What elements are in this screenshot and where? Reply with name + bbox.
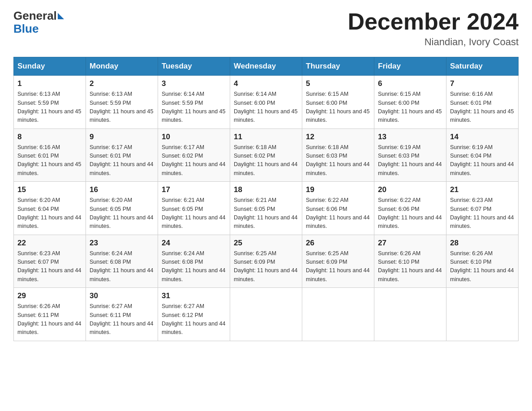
calendar-cell: 6Sunrise: 6:15 AMSunset: 6:00 PMDaylight… — [374, 76, 446, 129]
day-info: Sunrise: 6:20 AMSunset: 6:04 PMDaylight:… — [17, 196, 82, 231]
calendar-cell: 30Sunrise: 6:27 AMSunset: 6:11 PMDayligh… — [86, 288, 158, 341]
calendar-cell: 12Sunrise: 6:18 AMSunset: 6:03 PMDayligh… — [302, 128, 374, 182]
day-info: Sunrise: 6:16 AMSunset: 6:01 PMDaylight:… — [450, 90, 515, 125]
day-info: Sunrise: 6:20 AMSunset: 6:05 PMDaylight:… — [90, 196, 154, 231]
day-info: Sunrise: 6:21 AMSunset: 6:05 PMDaylight:… — [234, 196, 298, 231]
logo-general-text: General — [13, 9, 57, 23]
weekday-header-saturday: Saturday — [446, 57, 519, 76]
calendar-cell — [230, 288, 302, 341]
calendar-cell: 3Sunrise: 6:14 AMSunset: 5:59 PMDaylight… — [158, 76, 230, 129]
day-info: Sunrise: 6:26 AMSunset: 6:11 PMDaylight:… — [17, 302, 82, 337]
calendar-cell — [446, 288, 519, 341]
day-number: 30 — [90, 291, 154, 300]
day-info: Sunrise: 6:25 AMSunset: 6:09 PMDaylight:… — [234, 249, 298, 284]
calendar-cell: 21Sunrise: 6:23 AMSunset: 6:07 PMDayligh… — [446, 182, 519, 235]
calendar-cell: 9Sunrise: 6:17 AMSunset: 6:01 PMDaylight… — [86, 128, 158, 182]
day-info: Sunrise: 6:26 AMSunset: 6:10 PMDaylight:… — [450, 249, 515, 284]
day-number: 11 — [234, 133, 298, 141]
day-info: Sunrise: 6:24 AMSunset: 6:08 PMDaylight:… — [162, 249, 226, 284]
day-number: 16 — [90, 185, 154, 194]
day-number: 6 — [378, 79, 442, 88]
day-info: Sunrise: 6:27 AMSunset: 6:12 PMDaylight:… — [162, 302, 226, 337]
calendar-cell: 27Sunrise: 6:26 AMSunset: 6:10 PMDayligh… — [374, 235, 446, 288]
location-subtitle: Niandian, Ivory Coast — [348, 36, 519, 48]
day-info: Sunrise: 6:15 AMSunset: 6:00 PMDaylight:… — [378, 90, 442, 125]
day-info: Sunrise: 6:14 AMSunset: 5:59 PMDaylight:… — [162, 90, 226, 125]
day-info: Sunrise: 6:22 AMSunset: 6:06 PMDaylight:… — [378, 196, 442, 231]
day-info: Sunrise: 6:24 AMSunset: 6:08 PMDaylight:… — [90, 249, 154, 284]
day-number: 1 — [17, 79, 82, 88]
day-number: 27 — [378, 239, 442, 248]
calendar-cell: 25Sunrise: 6:25 AMSunset: 6:09 PMDayligh… — [230, 235, 302, 288]
calendar-cell: 17Sunrise: 6:21 AMSunset: 6:05 PMDayligh… — [158, 182, 230, 235]
day-info: Sunrise: 6:15 AMSunset: 6:00 PMDaylight:… — [306, 90, 370, 125]
weekday-header-monday: Monday — [86, 57, 158, 76]
logo-arrow-icon — [58, 13, 64, 19]
weekday-header-row: SundayMondayTuesdayWednesdayThursdayFrid… — [14, 57, 519, 76]
calendar-cell: 10Sunrise: 6:17 AMSunset: 6:02 PMDayligh… — [158, 128, 230, 182]
calendar-cell — [302, 288, 374, 341]
day-number: 2 — [90, 79, 154, 88]
day-info: Sunrise: 6:16 AMSunset: 6:01 PMDaylight:… — [17, 143, 82, 178]
calendar-cell: 31Sunrise: 6:27 AMSunset: 6:12 PMDayligh… — [158, 288, 230, 341]
day-info: Sunrise: 6:18 AMSunset: 6:02 PMDaylight:… — [234, 143, 298, 178]
calendar-week-row: 15Sunrise: 6:20 AMSunset: 6:04 PMDayligh… — [14, 182, 519, 235]
calendar-cell: 23Sunrise: 6:24 AMSunset: 6:08 PMDayligh… — [86, 235, 158, 288]
day-info: Sunrise: 6:21 AMSunset: 6:05 PMDaylight:… — [162, 196, 226, 231]
day-number: 3 — [162, 79, 226, 88]
day-number: 26 — [306, 239, 370, 248]
calendar-cell: 24Sunrise: 6:24 AMSunset: 6:08 PMDayligh… — [158, 235, 230, 288]
page-header: General Blue December 2024 Niandian, Ivo… — [13, 9, 519, 48]
day-info: Sunrise: 6:23 AMSunset: 6:07 PMDaylight:… — [17, 249, 82, 284]
day-number: 23 — [90, 239, 154, 248]
calendar-cell: 26Sunrise: 6:25 AMSunset: 6:09 PMDayligh… — [302, 235, 374, 288]
calendar-cell: 29Sunrise: 6:26 AMSunset: 6:11 PMDayligh… — [14, 288, 86, 341]
calendar-cell: 28Sunrise: 6:26 AMSunset: 6:10 PMDayligh… — [446, 235, 519, 288]
day-number: 12 — [306, 133, 370, 141]
calendar-week-row: 1Sunrise: 6:13 AMSunset: 5:59 PMDaylight… — [14, 76, 519, 129]
day-number: 21 — [450, 185, 515, 194]
day-number: 10 — [162, 133, 226, 141]
day-number: 9 — [90, 133, 154, 141]
day-number: 29 — [17, 291, 82, 300]
day-info: Sunrise: 6:19 AMSunset: 6:03 PMDaylight:… — [378, 143, 442, 178]
logo-blue-text: Blue — [13, 22, 39, 36]
day-number: 20 — [378, 185, 442, 194]
day-info: Sunrise: 6:25 AMSunset: 6:09 PMDaylight:… — [306, 249, 370, 284]
calendar-cell: 16Sunrise: 6:20 AMSunset: 6:05 PMDayligh… — [86, 182, 158, 235]
title-block: December 2024 Niandian, Ivory Coast — [348, 9, 519, 48]
day-number: 4 — [234, 79, 298, 88]
calendar-cell: 2Sunrise: 6:13 AMSunset: 5:59 PMDaylight… — [86, 76, 158, 129]
calendar-cell: 22Sunrise: 6:23 AMSunset: 6:07 PMDayligh… — [14, 235, 86, 288]
day-number: 19 — [306, 185, 370, 194]
day-info: Sunrise: 6:17 AMSunset: 6:01 PMDaylight:… — [90, 143, 154, 178]
calendar-cell: 4Sunrise: 6:14 AMSunset: 6:00 PMDaylight… — [230, 76, 302, 129]
calendar-cell: 19Sunrise: 6:22 AMSunset: 6:06 PMDayligh… — [302, 182, 374, 235]
day-info: Sunrise: 6:13 AMSunset: 5:59 PMDaylight:… — [90, 90, 154, 125]
calendar-cell: 18Sunrise: 6:21 AMSunset: 6:05 PMDayligh… — [230, 182, 302, 235]
day-info: Sunrise: 6:18 AMSunset: 6:03 PMDaylight:… — [306, 143, 370, 178]
day-info: Sunrise: 6:19 AMSunset: 6:04 PMDaylight:… — [450, 143, 515, 178]
calendar-cell: 1Sunrise: 6:13 AMSunset: 5:59 PMDaylight… — [14, 76, 86, 129]
day-number: 15 — [17, 185, 82, 194]
day-number: 18 — [234, 185, 298, 194]
calendar-cell: 8Sunrise: 6:16 AMSunset: 6:01 PMDaylight… — [14, 128, 86, 182]
logo: General Blue — [13, 9, 64, 36]
weekday-header-thursday: Thursday — [302, 57, 374, 76]
day-info: Sunrise: 6:26 AMSunset: 6:10 PMDaylight:… — [378, 249, 442, 284]
day-number: 28 — [450, 239, 515, 248]
day-number: 24 — [162, 239, 226, 248]
calendar-week-row: 29Sunrise: 6:26 AMSunset: 6:11 PMDayligh… — [14, 288, 519, 341]
calendar-cell: 13Sunrise: 6:19 AMSunset: 6:03 PMDayligh… — [374, 128, 446, 182]
day-number: 22 — [17, 239, 82, 248]
calendar-week-row: 8Sunrise: 6:16 AMSunset: 6:01 PMDaylight… — [14, 128, 519, 182]
day-info: Sunrise: 6:13 AMSunset: 5:59 PMDaylight:… — [17, 90, 82, 125]
day-number: 5 — [306, 79, 370, 88]
calendar-cell: 11Sunrise: 6:18 AMSunset: 6:02 PMDayligh… — [230, 128, 302, 182]
weekday-header-tuesday: Tuesday — [158, 57, 230, 76]
day-number: 7 — [450, 79, 515, 88]
month-title: December 2024 — [348, 9, 519, 34]
day-info: Sunrise: 6:17 AMSunset: 6:02 PMDaylight:… — [162, 143, 226, 178]
calendar-cell: 5Sunrise: 6:15 AMSunset: 6:00 PMDaylight… — [302, 76, 374, 129]
calendar-cell: 20Sunrise: 6:22 AMSunset: 6:06 PMDayligh… — [374, 182, 446, 235]
